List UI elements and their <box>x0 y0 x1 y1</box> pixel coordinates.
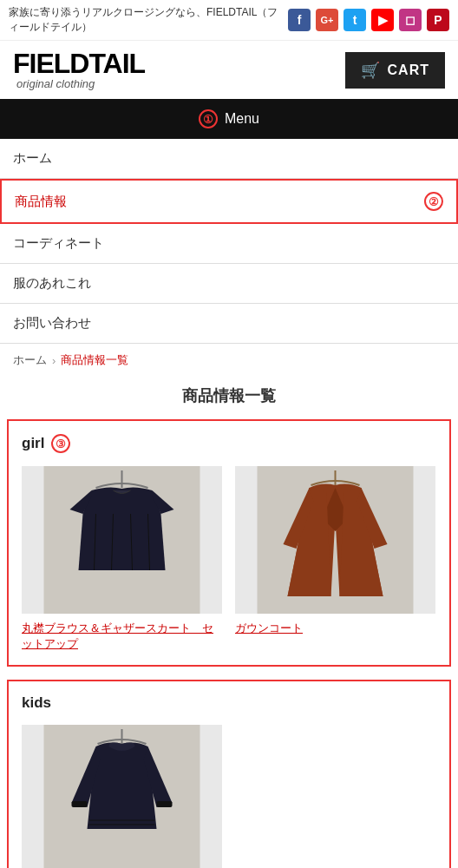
social-icons-container: f G+ t ▶ ◻ P <box>288 9 449 31</box>
page-title: 商品情報一覧 <box>0 377 458 419</box>
product-card-2[interactable]: ガウンコート <box>235 466 435 652</box>
nav-item-products-label: 商品情報 <box>15 194 67 210</box>
nav-item-contact[interactable]: お問い合わせ <box>0 304 458 344</box>
product-grid-girl: 丸襟ブラウス＆ギャザースカート セットアップ <box>22 466 436 652</box>
product-image-1 <box>22 466 222 614</box>
menu-label: Menu <box>225 111 259 127</box>
section-kids: kids <box>7 680 451 868</box>
section-header-girl: girl ③ <box>22 434 436 453</box>
pinterest-icon[interactable]: P <box>427 9 449 31</box>
nav-item-coordinate[interactable]: コーディネート <box>0 224 458 264</box>
facebook-icon[interactable]: f <box>288 9 311 31</box>
product-name-2: ガウンコート <box>235 621 435 636</box>
nav-menu-header: ① Menu <box>0 99 458 139</box>
section-title-girl: girl <box>22 435 44 452</box>
twitter-icon[interactable]: t <box>344 9 366 31</box>
instagram-icon[interactable]: ◻ <box>399 9 422 31</box>
product-card-1[interactable]: 丸襟ブラウス＆ギャザースカート セットアップ <box>22 466 222 652</box>
cart-icon: 🛒 <box>361 61 381 80</box>
youtube-icon[interactable]: ▶ <box>371 9 394 31</box>
section-girl: girl ③ <box>7 419 451 667</box>
header: FIELDTAIL original clothing 🛒 CART <box>0 41 458 99</box>
product-name-1: 丸襟ブラウス＆ギャザースカート セットアップ <box>22 621 222 652</box>
logo-title: FIELDTAIL <box>13 49 145 77</box>
nav-item-clothing[interactable]: 服のあれこれ <box>0 264 458 304</box>
product-image-2 <box>235 466 435 614</box>
banner-text: 家族に寄り添うリアルクロージングなら、FIELDTAIL（フィールドテイル） <box>9 5 288 35</box>
section-header-kids: kids <box>22 694 436 712</box>
nav-items: ホーム 商品情報 ② コーディネート 服のあれこれ お問い合わせ <box>0 139 458 344</box>
nav-item-coordinate-label: コーディネート <box>13 235 104 250</box>
logo-area[interactable]: FIELDTAIL original clothing <box>13 49 145 90</box>
nav-item-home-label: ホーム <box>13 150 52 165</box>
breadcrumb-home[interactable]: ホーム <box>13 352 47 368</box>
section-number-girl: ③ <box>51 434 70 453</box>
nav-item-products-number: ② <box>424 192 443 211</box>
product-image-kids-1 <box>22 725 222 868</box>
top-banner: 家族に寄り添うリアルクロージングなら、FIELDTAIL（フィールドテイル） f… <box>0 0 458 41</box>
cart-label: CART <box>388 62 429 78</box>
product-grid-kids: ニットトップス <box>22 725 436 868</box>
breadcrumb-separator: › <box>52 354 56 367</box>
svg-rect-11 <box>157 801 173 807</box>
nav-item-home[interactable]: ホーム <box>0 139 458 179</box>
nav-item-contact-label: お問い合わせ <box>13 315 91 330</box>
googleplus-icon[interactable]: G+ <box>316 9 338 31</box>
nav-item-products[interactable]: 商品情報 ② <box>0 179 458 224</box>
section-title-kids: kids <box>22 694 51 712</box>
svg-rect-10 <box>72 801 88 807</box>
breadcrumb-current: 商品情報一覧 <box>61 352 128 368</box>
product-card-kids-1[interactable]: ニットトップス <box>22 725 222 868</box>
cart-button[interactable]: 🛒 CART <box>345 52 445 89</box>
nav-item-clothing-label: 服のあれこれ <box>13 275 91 290</box>
breadcrumb: ホーム › 商品情報一覧 <box>0 344 458 377</box>
logo-subtitle: original clothing <box>16 77 145 90</box>
menu-number: ① <box>199 109 218 128</box>
